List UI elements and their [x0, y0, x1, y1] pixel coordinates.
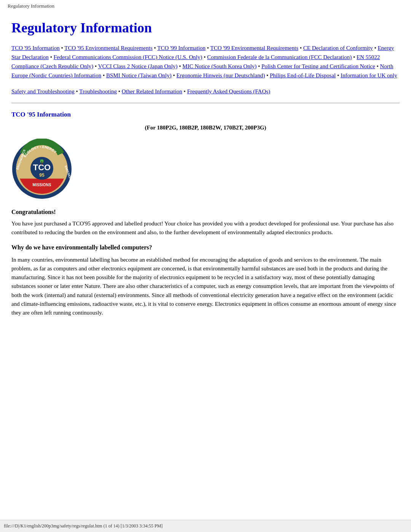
- svg-text:MISSIONS: MISSIONS: [33, 183, 51, 187]
- congrats-text: You have just purchased a TCO'95 approve…: [11, 219, 400, 237]
- status-bar: file:///D|/K1/english/200p3mg/safety/reg…: [0, 520, 411, 532]
- breadcrumb: Regulatory Information: [8, 3, 54, 9]
- link-troubleshooting[interactable]: Troubleshooting: [79, 88, 117, 94]
- link-fcc-fr[interactable]: Commission Federale de la Communication …: [207, 54, 352, 60]
- link-vcci[interactable]: VCCI Class 2 Notice (Japan Only): [98, 63, 178, 69]
- link-polish[interactable]: Polish Center for Testing and Certificat…: [261, 63, 375, 69]
- link-bsmi[interactable]: BSMI Notice (Taiwan Only): [106, 72, 172, 78]
- page-title: Regulatory Information: [11, 20, 400, 36]
- why-text: In many countries, environmental labelli…: [11, 256, 400, 318]
- link-philips[interactable]: Philips End-of-Life Disposal: [270, 72, 336, 78]
- link-tco99-env[interactable]: TCO '99 Environmental Requirements: [210, 45, 298, 51]
- link-tco95[interactable]: TCO '95 Information: [11, 45, 60, 51]
- why-heading: Why do we have environmentally labelled …: [11, 244, 400, 251]
- link-ce[interactable]: CE Declaration of Conformity: [303, 45, 373, 51]
- link-tco95-env[interactable]: TCO '95 Environmental Requirements: [64, 45, 152, 51]
- svg-rect-13: [41, 161, 42, 165]
- nav-links: TCO '95 Information • TCO '95 Environmen…: [11, 43, 400, 80]
- tco-logo: MISSIONS TCO 95 ECOLOGY • ENERGY ERGONOM…: [11, 139, 72, 200]
- link-other-related[interactable]: Other Related Information: [122, 88, 182, 94]
- link-faqs[interactable]: Frequently Asked Questions (FAQs): [187, 88, 270, 94]
- link-tco99[interactable]: TCO '99 Information: [157, 45, 206, 51]
- link-safety[interactable]: Safety and Troubleshooting: [11, 88, 75, 94]
- tco95-section-title: TCO '95 Information: [11, 111, 400, 118]
- link-mic[interactable]: MIC Notice (South Korea Only): [182, 63, 256, 69]
- link-fcc[interactable]: Federal Communications Commission (FCC) …: [54, 54, 202, 60]
- tco95-subtitle: (For 180P2G, 180B2P, 180B2W, 170B2T, 200…: [11, 125, 400, 131]
- divider: [11, 103, 400, 103]
- link-ergonomie[interactable]: Ergonomie Hinweis (nur Deutschland): [177, 72, 265, 78]
- svg-text:95: 95: [39, 173, 45, 178]
- secondary-links: Safety and Troubleshooting • Troubleshoo…: [11, 87, 400, 96]
- congrats-heading: Congratulations!: [11, 209, 400, 216]
- link-uk[interactable]: Information for UK only: [341, 72, 397, 78]
